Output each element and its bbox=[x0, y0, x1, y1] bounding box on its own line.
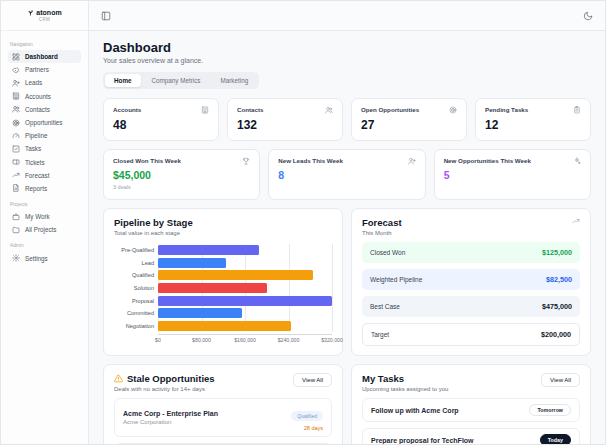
ticket-icon bbox=[12, 158, 20, 166]
sidebar-item-my-work[interactable]: My Work bbox=[8, 210, 81, 223]
sidebar-item-all-projects[interactable]: All Projects bbox=[8, 223, 81, 236]
nav-section-label: Admin bbox=[10, 243, 79, 248]
chart-gridline bbox=[332, 244, 333, 332]
stat-value: $45,000 bbox=[113, 169, 250, 181]
chart-bar-row: Lead bbox=[158, 257, 332, 270]
panel-title: Pipeline by Stage bbox=[114, 217, 332, 228]
app-subtitle: CRM bbox=[39, 17, 50, 22]
check-square-icon bbox=[12, 145, 20, 153]
forecast-row-weighted-pipeline: Weighted Pipeline $82,500 bbox=[362, 269, 580, 290]
forecast-panel: Forecast This Month Closed Won $125,000 … bbox=[351, 208, 591, 356]
sidebar-item-label: Partners bbox=[25, 66, 49, 73]
alert-triangle-icon bbox=[114, 374, 123, 383]
sidebar-item-pipeline[interactable]: Pipeline bbox=[8, 129, 81, 142]
stat-card-open-opportunities[interactable]: Open Opportunities 27 bbox=[351, 98, 467, 141]
sidebar-item-opportunities[interactable]: Opportunities bbox=[8, 116, 81, 129]
page-title: Dashboard bbox=[103, 40, 591, 55]
my-tasks-panel: My Tasks Upcoming tasks assigned to you … bbox=[351, 364, 591, 444]
panel-title-text: Stale Opportunities bbox=[127, 373, 215, 384]
forecast-value: $125,000 bbox=[542, 248, 572, 257]
sidebar-item-label: Dashboard bbox=[25, 53, 58, 60]
sidebar-item-leads[interactable]: Leads bbox=[8, 76, 81, 89]
target-icon bbox=[449, 106, 457, 114]
stat-label: New Leads This Week bbox=[278, 157, 343, 164]
user-plus-icon bbox=[408, 157, 416, 165]
task-item-prepare-proposal[interactable]: Prepare proposal for TechFlow Today bbox=[362, 428, 580, 444]
sidebar-item-tasks[interactable]: Tasks bbox=[8, 142, 81, 155]
theme-toggle-icon[interactable] bbox=[583, 11, 593, 21]
stat-label: Closed Won This Week bbox=[113, 157, 181, 164]
dashboard-content: Dashboard Your sales overview at a glanc… bbox=[89, 31, 605, 444]
chart-bar bbox=[158, 283, 267, 293]
sidebar-item-tickets[interactable]: Tickets bbox=[8, 156, 81, 169]
tab-marketing[interactable]: Marketing bbox=[212, 74, 258, 87]
stale-item-techflow[interactable]: TechFlow - Platform License TechFlow Sol… bbox=[114, 443, 332, 444]
view-all-button[interactable]: View All bbox=[541, 373, 580, 387]
opportunity-company: Acme Corporation bbox=[123, 419, 218, 425]
chart-bar-row: Solution bbox=[158, 282, 332, 295]
chart-bar bbox=[158, 245, 259, 255]
clipboard-icon bbox=[573, 106, 581, 114]
sidebar-item-reports[interactable]: Reports bbox=[8, 182, 81, 195]
chart-bar-row: Pre-Qualified bbox=[158, 244, 332, 257]
sidebar-item-label: Tickets bbox=[25, 159, 45, 166]
stale-item-acme[interactable]: Acme Corp - Enterprise Plan Acme Corpora… bbox=[114, 398, 332, 437]
view-all-button[interactable]: View All bbox=[293, 373, 332, 387]
sidebar-item-label: Pipeline bbox=[25, 132, 47, 139]
sidebar-toggle-icon[interactable] bbox=[101, 11, 111, 21]
chart-bar bbox=[158, 270, 313, 280]
sidebar-item-label: Forecast bbox=[25, 172, 50, 179]
forecast-value: $475,000 bbox=[542, 302, 572, 311]
chart-category-label: Lead bbox=[112, 260, 154, 266]
chart-category-label: Qualified bbox=[112, 272, 154, 278]
crm-app: atonom CRM Navigation Dashboard Partners… bbox=[0, 0, 606, 445]
stat-label: Accounts bbox=[113, 106, 141, 113]
logo-icon bbox=[27, 9, 34, 16]
sidebar-item-contacts[interactable]: Contacts bbox=[8, 103, 81, 116]
forecast-value: $82,500 bbox=[546, 275, 572, 284]
card-new-opportunities-this-week[interactable]: New Opportunities This Week 5 bbox=[434, 149, 591, 200]
panel-subtitle: Deals with no activity for 14+ days bbox=[114, 386, 215, 392]
tab-company-metrics[interactable]: Company Metrics bbox=[143, 74, 210, 87]
forecast-label: Closed Won bbox=[370, 249, 405, 256]
opportunity-title: Acme Corp - Enterprise Plan bbox=[123, 410, 218, 417]
chart-bar bbox=[158, 308, 242, 318]
sidebar-item-label: My Work bbox=[25, 213, 50, 220]
sidebar-item-forecast[interactable]: Forecast bbox=[8, 169, 81, 182]
task-item-follow-up-acme[interactable]: Follow up with Acme Corp Tomorrow bbox=[362, 398, 580, 422]
panel-title: Forecast bbox=[362, 217, 402, 228]
user-plus-icon bbox=[12, 79, 20, 87]
chart-xtick-label: $80,000 bbox=[192, 337, 211, 343]
task-title: Prepare proposal for TechFlow bbox=[371, 437, 474, 444]
trending-up-icon bbox=[572, 217, 580, 225]
stat-card-accounts[interactable]: Accounts 48 bbox=[103, 98, 219, 141]
file-text-icon bbox=[12, 184, 20, 192]
tab-home[interactable]: Home bbox=[105, 74, 141, 87]
panel-title: My Tasks bbox=[362, 373, 448, 384]
stat-card-pending-tasks[interactable]: Pending Tasks 12 bbox=[475, 98, 591, 141]
trending-up-icon bbox=[12, 171, 20, 179]
chart-bar bbox=[158, 296, 332, 306]
trophy-icon bbox=[242, 157, 250, 165]
sidebar-item-settings[interactable]: Settings bbox=[8, 251, 81, 264]
stat-card-contacts[interactable]: Contacts 132 bbox=[227, 98, 343, 141]
chart-bar-row: Negotiation bbox=[158, 320, 332, 333]
chart-xtick-label: $160,000 bbox=[234, 337, 256, 343]
sidebar-item-label: Accounts bbox=[25, 93, 51, 100]
stale-opportunities-panel: Stale Opportunities Deals with no activi… bbox=[103, 364, 343, 444]
folder-icon bbox=[12, 226, 20, 234]
stat-subtext: 3 deals bbox=[113, 184, 250, 190]
sidebar-item-accounts[interactable]: Accounts bbox=[8, 90, 81, 103]
stage-badge: Qualified bbox=[291, 411, 323, 421]
stat-label: Contacts bbox=[237, 106, 263, 113]
card-new-leads-this-week[interactable]: New Leads This Week 8 bbox=[268, 149, 425, 200]
forecast-label: Best Case bbox=[370, 303, 400, 310]
sidebar-item-partners[interactable]: Partners bbox=[8, 63, 81, 76]
nav-section-label: Navigation bbox=[10, 42, 79, 47]
card-closed-won-this-week[interactable]: Closed Won This Week $45,000 3 deals bbox=[103, 149, 260, 200]
sidebar-item-dashboard[interactable]: Dashboard bbox=[8, 50, 81, 63]
pipeline-xaxis: $0$80,000$160,000$240,000$320,000 bbox=[158, 334, 332, 344]
forecast-label: Target bbox=[371, 331, 389, 338]
stat-label: New Opportunities This Week bbox=[444, 157, 531, 164]
chart-bar-row: Qualified bbox=[158, 269, 332, 282]
